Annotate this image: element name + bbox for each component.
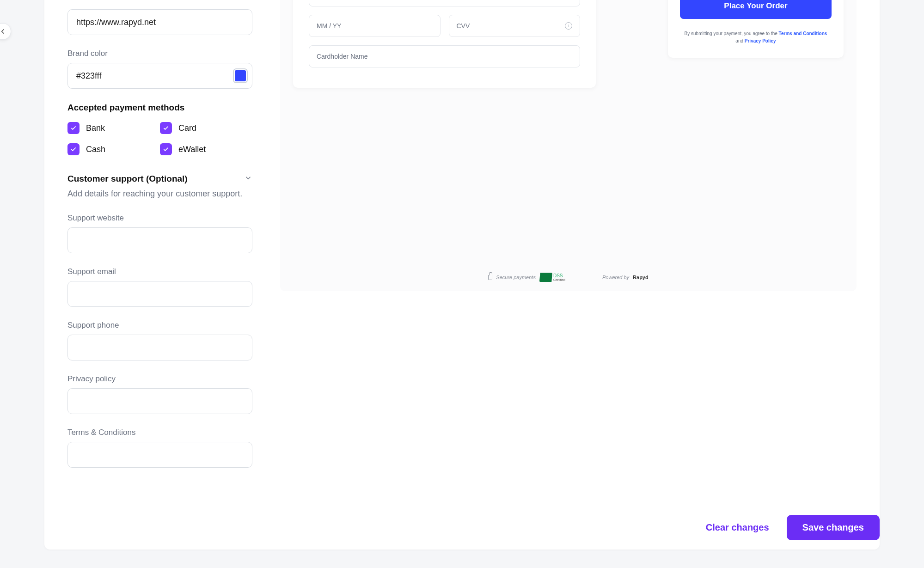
brand-color-input[interactable] <box>67 63 252 89</box>
card-expiry-input[interactable]: MM / YY <box>309 15 441 37</box>
place-order-button[interactable]: Place Your Order <box>680 0 832 19</box>
clear-changes-button[interactable]: Clear changes <box>701 516 774 539</box>
accepted-methods-grid: Bank Card Cash eWallet <box>67 122 252 155</box>
privacy-policy-field: Privacy policy <box>67 374 252 414</box>
brand-color-label: Brand color <box>67 49 252 58</box>
support-email-input[interactable] <box>67 281 252 307</box>
legal-and: and <box>735 38 744 43</box>
checkbox-checked-icon <box>160 122 172 134</box>
terms-link[interactable]: Terms and Conditions <box>779 31 827 36</box>
method-bank[interactable]: Bank <box>67 122 160 134</box>
field-label: Terms & Conditions <box>67 428 252 437</box>
checkout-preview: Card Details Card Number VISA <box>280 0 857 494</box>
terms-input[interactable] <box>67 442 252 468</box>
method-card[interactable]: Card <box>160 122 252 134</box>
field-label: Support email <box>67 267 252 276</box>
checkbox-checked-icon <box>67 143 80 155</box>
legal-prefix: By submitting your payment, you agree to… <box>685 31 779 36</box>
card-cvv-input[interactable]: CVV <box>449 15 581 37</box>
pci-dss-text: DSS <box>553 274 565 278</box>
checkbox-checked-icon <box>160 143 172 155</box>
placeholder-text: MM / YY <box>317 22 341 30</box>
support-website-field: Support website <box>67 214 252 253</box>
customer-support-subtext: Add details for reaching your customer s… <box>67 188 252 200</box>
chevron-down-icon <box>244 174 252 184</box>
save-changes-button[interactable]: Save changes <box>787 515 880 540</box>
customer-support-section-header[interactable]: Customer support (Optional) <box>67 174 252 184</box>
checkbox-checked-icon <box>67 122 80 134</box>
method-label: Card <box>178 123 196 133</box>
privacy-policy-input[interactable] <box>67 388 252 414</box>
collapse-panel-handle[interactable] <box>0 23 11 40</box>
method-label: Bank <box>86 123 105 133</box>
pci-badge-icon <box>539 273 552 282</box>
customer-support-title: Customer support (Optional) <box>67 174 188 184</box>
terms-field: Terms & Conditions <box>67 428 252 468</box>
powered-by-badge: Powered by Rapyd <box>602 275 649 280</box>
website-url-field <box>67 9 252 35</box>
method-label: eWallet <box>178 145 206 154</box>
legal-text: By submitting your payment, you agree to… <box>680 30 832 45</box>
method-cash[interactable]: Cash <box>67 143 160 155</box>
pci-cert-text: Certified <box>553 278 565 281</box>
placeholder-text: CVV <box>457 22 470 30</box>
cardholder-name-input[interactable]: Cardholder Name <box>309 45 580 67</box>
order-summary-panel: Total SGD 49.00 Place Your Order By subm… <box>668 0 844 58</box>
support-website-input[interactable] <box>67 227 252 253</box>
support-phone-input[interactable] <box>67 335 252 360</box>
preview-surface: Card Details Card Number VISA <box>280 0 857 291</box>
settings-form: Brand color Accepted payment methods Ban… <box>67 0 252 494</box>
chevron-left-icon <box>0 27 7 36</box>
placeholder-text: Cardholder Name <box>317 53 368 60</box>
secure-text: Secure payments <box>496 275 536 280</box>
field-label: Support phone <box>67 321 252 330</box>
powered-by-text: Powered by <box>602 275 629 280</box>
field-label: Privacy policy <box>67 374 252 384</box>
card-number-input[interactable]: Card Number VISA <box>309 0 580 6</box>
brand-color-field: Brand color <box>67 49 252 89</box>
card-details-panel: Card Details Card Number VISA <box>293 0 596 88</box>
method-ewallet[interactable]: eWallet <box>160 143 252 155</box>
brand-color-swatch[interactable] <box>235 70 246 81</box>
rapyd-brand: Rapyd <box>633 275 649 280</box>
field-label: Support website <box>67 214 252 223</box>
info-icon <box>565 22 572 30</box>
website-url-input[interactable] <box>67 9 252 35</box>
preview-footer: Secure payments DSS Certified Powered by… <box>280 273 857 282</box>
settings-page: Brand color Accepted payment methods Ban… <box>44 0 880 550</box>
lock-icon <box>488 275 492 280</box>
method-label: Cash <box>86 145 105 154</box>
privacy-link[interactable]: Privacy Policy <box>745 38 776 43</box>
support-phone-field: Support phone <box>67 321 252 360</box>
accepted-methods-title: Accepted payment methods <box>67 103 252 113</box>
support-email-field: Support email <box>67 267 252 307</box>
secure-payments-badge: Secure payments DSS Certified <box>488 273 565 282</box>
